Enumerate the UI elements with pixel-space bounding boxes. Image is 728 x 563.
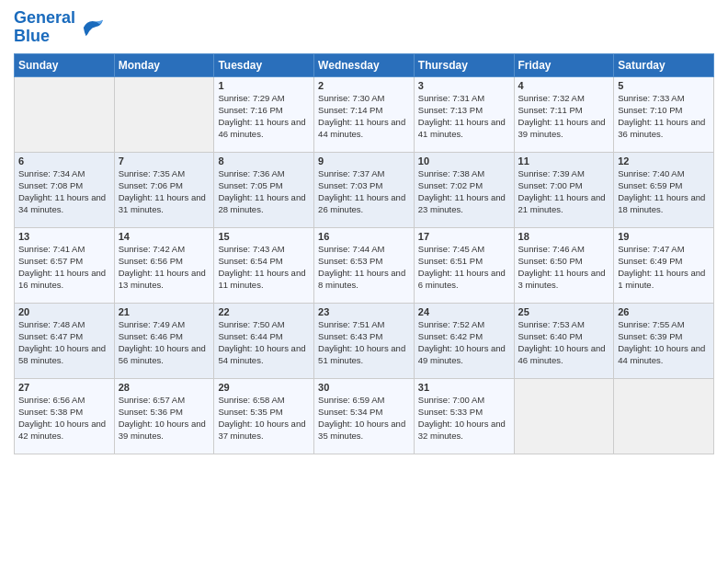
calendar-week-row: 20Sunrise: 7:48 AMSunset: 6:47 PMDayligh… <box>15 303 714 378</box>
day-number: 26 <box>618 306 710 317</box>
day-info: Sunrise: 7:30 AMSunset: 7:14 PMDaylight:… <box>318 92 410 141</box>
calendar-week-row: 27Sunrise: 6:56 AMSunset: 5:38 PMDayligh… <box>15 378 714 454</box>
day-number: 4 <box>518 80 610 91</box>
calendar-cell: 30Sunrise: 6:59 AMSunset: 5:34 PMDayligh… <box>314 378 415 454</box>
day-info: Sunrise: 7:38 AMSunset: 7:02 PMDaylight:… <box>418 167 510 216</box>
calendar-cell: 24Sunrise: 7:52 AMSunset: 6:42 PMDayligh… <box>414 303 514 378</box>
day-number: 19 <box>618 231 710 242</box>
calendar-cell: 28Sunrise: 6:57 AMSunset: 5:36 PMDayligh… <box>114 378 214 454</box>
calendar-cell: 6Sunrise: 7:34 AMSunset: 7:08 PMDaylight… <box>15 152 115 227</box>
calendar-cell: 10Sunrise: 7:38 AMSunset: 7:02 PMDayligh… <box>414 152 514 227</box>
calendar-cell: 26Sunrise: 7:55 AMSunset: 6:39 PMDayligh… <box>614 303 714 378</box>
day-info: Sunrise: 7:48 AMSunset: 6:47 PMDaylight:… <box>18 318 110 367</box>
day-info: Sunrise: 7:55 AMSunset: 6:39 PMDaylight:… <box>618 318 710 367</box>
day-info: Sunrise: 7:44 AMSunset: 6:53 PMDaylight:… <box>318 243 410 292</box>
day-info: Sunrise: 7:43 AMSunset: 6:54 PMDaylight:… <box>218 243 310 292</box>
day-number: 27 <box>18 382 110 393</box>
calendar-cell: 18Sunrise: 7:46 AMSunset: 6:50 PMDayligh… <box>514 227 614 303</box>
day-number: 16 <box>318 231 410 242</box>
day-info: Sunrise: 7:42 AMSunset: 6:56 PMDaylight:… <box>119 243 210 292</box>
logo-text2: Blue <box>14 28 75 46</box>
day-number: 11 <box>518 155 610 167</box>
day-number: 25 <box>518 306 610 317</box>
day-number: 22 <box>218 306 310 317</box>
logo-text: General <box>14 9 75 28</box>
day-number: 13 <box>18 231 110 242</box>
day-number: 29 <box>218 382 310 393</box>
logo: General Blue <box>14 9 105 46</box>
col-header-wednesday: Wednesday <box>314 53 415 76</box>
calendar-cell: 4Sunrise: 7:32 AMSunset: 7:11 PMDaylight… <box>514 76 614 152</box>
day-info: Sunrise: 7:51 AMSunset: 6:43 PMDaylight:… <box>318 318 410 367</box>
day-number: 30 <box>318 382 410 393</box>
day-number: 17 <box>418 231 510 242</box>
day-info: Sunrise: 6:58 AMSunset: 5:35 PMDaylight:… <box>218 394 310 442</box>
calendar-header-row: SundayMondayTuesdayWednesdayThursdayFrid… <box>15 53 714 76</box>
calendar-week-row: 1Sunrise: 7:29 AMSunset: 7:16 PMDaylight… <box>15 76 714 152</box>
day-info: Sunrise: 7:33 AMSunset: 7:10 PMDaylight:… <box>618 92 710 141</box>
day-info: Sunrise: 7:29 AMSunset: 7:16 PMDaylight:… <box>218 92 310 141</box>
day-info: Sunrise: 6:57 AMSunset: 5:36 PMDaylight:… <box>119 394 210 442</box>
calendar-cell: 2Sunrise: 7:30 AMSunset: 7:14 PMDaylight… <box>314 76 415 152</box>
day-number: 31 <box>418 382 510 393</box>
day-info: Sunrise: 7:45 AMSunset: 6:51 PMDaylight:… <box>418 243 510 292</box>
calendar-table: SundayMondayTuesdayWednesdayThursdayFrid… <box>14 53 714 454</box>
calendar-cell <box>114 76 214 152</box>
calendar-cell: 5Sunrise: 7:33 AMSunset: 7:10 PMDaylight… <box>614 76 714 152</box>
col-header-monday: Monday <box>114 53 214 76</box>
day-number: 5 <box>618 80 710 91</box>
day-number: 2 <box>318 80 410 91</box>
day-number: 3 <box>418 80 510 91</box>
col-header-saturday: Saturday <box>614 53 714 76</box>
calendar-cell: 16Sunrise: 7:44 AMSunset: 6:53 PMDayligh… <box>314 227 415 303</box>
day-number: 10 <box>418 155 510 167</box>
calendar-cell: 15Sunrise: 7:43 AMSunset: 6:54 PMDayligh… <box>214 227 314 303</box>
calendar-cell <box>514 378 614 454</box>
day-info: Sunrise: 7:40 AMSunset: 6:59 PMDaylight:… <box>618 167 710 216</box>
calendar-week-row: 13Sunrise: 7:41 AMSunset: 6:57 PMDayligh… <box>15 227 714 303</box>
day-info: Sunrise: 7:34 AMSunset: 7:08 PMDaylight:… <box>18 167 110 216</box>
calendar-cell: 27Sunrise: 6:56 AMSunset: 5:38 PMDayligh… <box>15 378 115 454</box>
day-number: 15 <box>218 231 310 242</box>
day-info: Sunrise: 7:31 AMSunset: 7:13 PMDaylight:… <box>418 92 510 141</box>
day-number: 18 <box>518 231 610 242</box>
page-header: General Blue <box>14 9 714 46</box>
day-info: Sunrise: 7:35 AMSunset: 7:06 PMDaylight:… <box>119 167 210 216</box>
calendar-cell: 11Sunrise: 7:39 AMSunset: 7:00 PMDayligh… <box>514 152 614 227</box>
day-info: Sunrise: 7:37 AMSunset: 7:03 PMDaylight:… <box>318 167 410 216</box>
calendar-cell: 25Sunrise: 7:53 AMSunset: 6:40 PMDayligh… <box>514 303 614 378</box>
calendar-cell: 20Sunrise: 7:48 AMSunset: 6:47 PMDayligh… <box>15 303 115 378</box>
logo-bird-icon <box>79 17 105 38</box>
day-info: Sunrise: 7:36 AMSunset: 7:05 PMDaylight:… <box>218 167 310 216</box>
day-info: Sunrise: 7:49 AMSunset: 6:46 PMDaylight:… <box>119 318 210 367</box>
day-number: 20 <box>18 306 110 317</box>
day-number: 14 <box>119 231 210 242</box>
day-number: 12 <box>618 155 710 167</box>
day-number: 6 <box>18 155 110 167</box>
calendar-cell: 13Sunrise: 7:41 AMSunset: 6:57 PMDayligh… <box>15 227 115 303</box>
col-header-thursday: Thursday <box>414 53 514 76</box>
calendar-cell: 7Sunrise: 7:35 AMSunset: 7:06 PMDaylight… <box>114 152 214 227</box>
col-header-tuesday: Tuesday <box>214 53 314 76</box>
day-number: 1 <box>218 80 310 91</box>
calendar-cell: 19Sunrise: 7:47 AMSunset: 6:49 PMDayligh… <box>614 227 714 303</box>
day-number: 23 <box>318 306 410 317</box>
calendar-cell <box>614 378 714 454</box>
day-info: Sunrise: 7:53 AMSunset: 6:40 PMDaylight:… <box>518 318 610 367</box>
day-info: Sunrise: 6:56 AMSunset: 5:38 PMDaylight:… <box>18 394 110 442</box>
day-info: Sunrise: 7:50 AMSunset: 6:44 PMDaylight:… <box>218 318 310 367</box>
day-info: Sunrise: 7:39 AMSunset: 7:00 PMDaylight:… <box>518 167 610 216</box>
day-info: Sunrise: 7:52 AMSunset: 6:42 PMDaylight:… <box>418 318 510 367</box>
calendar-cell: 21Sunrise: 7:49 AMSunset: 6:46 PMDayligh… <box>114 303 214 378</box>
calendar-cell: 31Sunrise: 7:00 AMSunset: 5:33 PMDayligh… <box>414 378 514 454</box>
day-info: Sunrise: 6:59 AMSunset: 5:34 PMDaylight:… <box>318 394 410 442</box>
day-info: Sunrise: 7:47 AMSunset: 6:49 PMDaylight:… <box>618 243 710 292</box>
calendar-cell: 23Sunrise: 7:51 AMSunset: 6:43 PMDayligh… <box>314 303 415 378</box>
calendar-week-row: 6Sunrise: 7:34 AMSunset: 7:08 PMDaylight… <box>15 152 714 227</box>
calendar-cell: 14Sunrise: 7:42 AMSunset: 6:56 PMDayligh… <box>114 227 214 303</box>
calendar-cell: 22Sunrise: 7:50 AMSunset: 6:44 PMDayligh… <box>214 303 314 378</box>
day-number: 9 <box>318 155 410 167</box>
day-number: 7 <box>119 155 210 167</box>
calendar-cell: 1Sunrise: 7:29 AMSunset: 7:16 PMDaylight… <box>214 76 314 152</box>
day-info: Sunrise: 7:41 AMSunset: 6:57 PMDaylight:… <box>18 243 110 292</box>
